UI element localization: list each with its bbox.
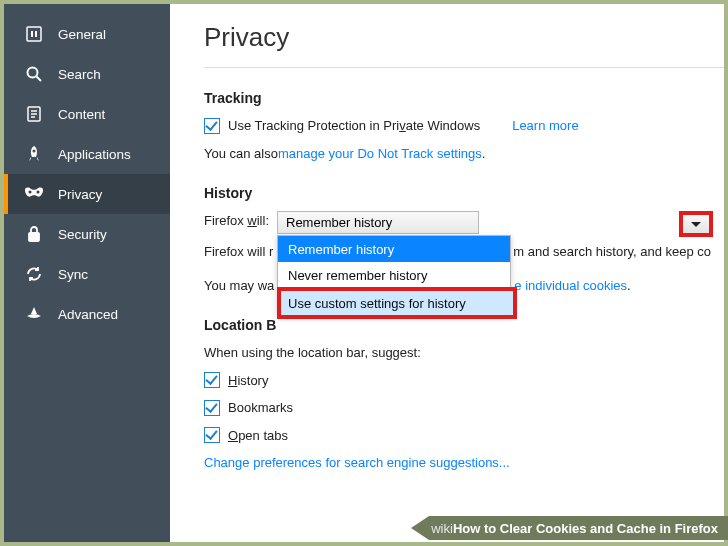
- learn-more-link[interactable]: Learn more: [512, 116, 578, 136]
- svg-point-11: [37, 191, 40, 194]
- sidebar-item-label: Advanced: [58, 307, 118, 322]
- suggest-history-label: History: [228, 371, 268, 391]
- caption-bar: wikiHow to Clear Cookies and Cache in Fi…: [411, 516, 728, 540]
- dropdown-arrow-icon[interactable]: [679, 211, 713, 237]
- svg-rect-1: [31, 31, 33, 37]
- general-icon: [24, 24, 44, 44]
- history-option-never[interactable]: Never remember history: [278, 262, 510, 288]
- suggest-bookmarks-checkbox[interactable]: [204, 400, 220, 416]
- sidebar-item-label: Search: [58, 67, 101, 82]
- tracking-heading: Tracking: [204, 90, 724, 106]
- sidebar-item-sync[interactable]: Sync: [4, 254, 170, 294]
- suggest-opentabs-label: Open tabs: [228, 426, 288, 446]
- cookies-text-left: You may wa: [204, 276, 274, 296]
- caption-arrow-icon: [411, 516, 429, 540]
- history-dropdown-list: Remember history Never remember history …: [277, 235, 511, 316]
- history-heading: History: [204, 185, 724, 201]
- sidebar-item-security[interactable]: Security: [4, 214, 170, 254]
- suggest-opentabs-checkbox[interactable]: [204, 427, 220, 443]
- sidebar-item-advanced[interactable]: Advanced: [4, 294, 170, 334]
- sidebar-item-content[interactable]: Content: [4, 94, 170, 134]
- firefox-will-label: Firefox will:: [204, 213, 269, 228]
- main-panel: Privacy Tracking Use Tracking Protection…: [170, 4, 724, 542]
- mask-icon: [24, 184, 44, 204]
- history-desc-left: Firefox will r: [204, 242, 273, 262]
- caption-text: wikiHow to Clear Cookies and Cache in Fi…: [429, 516, 728, 540]
- svg-point-10: [29, 191, 32, 194]
- history-option-custom[interactable]: Use custom settings for history: [277, 287, 517, 319]
- svg-rect-12: [29, 233, 39, 241]
- suggest-bookmarks-label: Bookmarks: [228, 398, 293, 418]
- page-title: Privacy: [204, 22, 724, 53]
- tracking-section: Tracking Use Tracking Protection in Priv…: [204, 90, 724, 163]
- divider: [204, 67, 724, 68]
- lock-icon: [24, 224, 44, 244]
- tracking-protection-label: Use Tracking Protection in Private Windo…: [228, 116, 480, 136]
- suggest-history-checkbox[interactable]: [204, 372, 220, 388]
- tracking-protection-checkbox[interactable]: [204, 118, 220, 134]
- hat-icon: [24, 304, 44, 324]
- dnt-link[interactable]: manage your Do Not Track settings: [278, 144, 482, 164]
- svg-line-4: [37, 77, 42, 82]
- history-option-remember[interactable]: Remember history: [278, 236, 510, 262]
- location-bar-section: Location B When using the location bar, …: [204, 317, 724, 473]
- search-suggestions-link[interactable]: Change preferences for search engine sug…: [204, 453, 510, 473]
- sidebar-item-search[interactable]: Search: [4, 54, 170, 94]
- sidebar-item-general[interactable]: General: [4, 14, 170, 54]
- svg-rect-0: [27, 27, 41, 41]
- svg-point-9: [33, 150, 36, 153]
- sidebar-item-label: Content: [58, 107, 105, 122]
- sidebar-item-label: General: [58, 27, 106, 42]
- sidebar-item-privacy[interactable]: Privacy: [4, 174, 170, 214]
- dnt-text: You can also: [204, 144, 278, 164]
- rocket-icon: [24, 144, 44, 164]
- location-heading: Location B: [204, 317, 724, 333]
- svg-rect-2: [35, 31, 37, 37]
- individual-cookies-link[interactable]: e individual cookies: [514, 276, 627, 296]
- svg-point-3: [28, 68, 38, 78]
- sidebar-item-label: Applications: [58, 147, 131, 162]
- history-desc-right: m and search history, and keep co: [513, 242, 711, 262]
- location-intro: When using the location bar, suggest:: [204, 343, 421, 363]
- sidebar-item-label: Sync: [58, 267, 88, 282]
- sync-icon: [24, 264, 44, 284]
- history-section: History Firefox will: Remember history R…: [204, 185, 724, 295]
- sidebar-item-applications[interactable]: Applications: [4, 134, 170, 174]
- sidebar: General Search Content Applications Priv…: [4, 4, 170, 542]
- history-mode-dropdown[interactable]: Remember history: [277, 211, 479, 234]
- content-icon: [24, 104, 44, 124]
- sidebar-item-label: Security: [58, 227, 107, 242]
- sidebar-item-label: Privacy: [58, 187, 102, 202]
- search-icon: [24, 64, 44, 84]
